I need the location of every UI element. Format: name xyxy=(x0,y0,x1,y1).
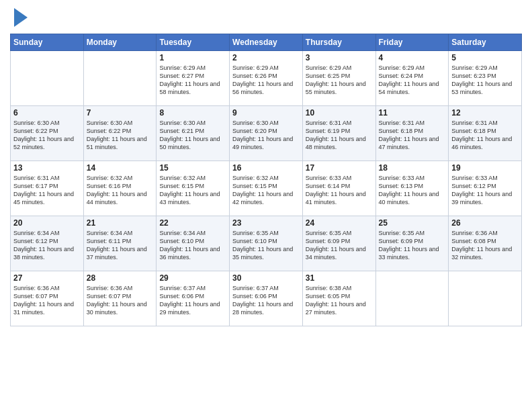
calendar-cell: 22Sunrise: 6:34 AM Sunset: 6:10 PM Dayli… xyxy=(157,216,230,271)
cell-info: Sunrise: 6:33 AM Sunset: 6:14 PM Dayligh… xyxy=(306,174,373,207)
day-number: 15 xyxy=(159,163,226,173)
day-number: 9 xyxy=(232,108,300,118)
day-number: 11 xyxy=(379,108,446,118)
day-number: 18 xyxy=(379,163,446,173)
calendar-cell: 28Sunrise: 6:36 AM Sunset: 6:07 PM Dayli… xyxy=(83,271,157,326)
cell-info: Sunrise: 6:31 AM Sunset: 6:17 PM Dayligh… xyxy=(13,174,81,207)
day-number: 1 xyxy=(159,53,226,62)
day-number: 6 xyxy=(13,108,81,118)
cell-info: Sunrise: 6:31 AM Sunset: 6:19 PM Dayligh… xyxy=(306,119,373,152)
calendar-cell: 2Sunrise: 6:29 AM Sunset: 6:26 PM Daylig… xyxy=(230,51,303,106)
day-number: 28 xyxy=(87,273,154,283)
calendar-week-row: 6Sunrise: 6:30 AM Sunset: 6:22 PM Daylig… xyxy=(11,106,522,161)
day-number: 21 xyxy=(87,218,154,228)
calendar-cell: 12Sunrise: 6:31 AM Sunset: 6:18 PM Dayli… xyxy=(449,106,522,161)
cell-info: Sunrise: 6:29 AM Sunset: 6:27 PM Dayligh… xyxy=(159,64,226,97)
day-number: 29 xyxy=(159,273,226,283)
day-number: 23 xyxy=(232,218,300,228)
cell-info: Sunrise: 6:35 AM Sunset: 6:10 PM Dayligh… xyxy=(232,229,300,262)
header-friday: Friday xyxy=(375,34,449,51)
day-number: 3 xyxy=(306,53,373,62)
day-number: 16 xyxy=(232,163,300,173)
calendar-cell: 25Sunrise: 6:35 AM Sunset: 6:09 PM Dayli… xyxy=(375,216,449,271)
day-number: 7 xyxy=(87,108,154,118)
cell-info: Sunrise: 6:31 AM Sunset: 6:18 PM Dayligh… xyxy=(379,119,446,152)
day-number: 10 xyxy=(306,108,373,118)
cell-info: Sunrise: 6:29 AM Sunset: 6:26 PM Dayligh… xyxy=(232,64,300,97)
cell-info: Sunrise: 6:32 AM Sunset: 6:16 PM Dayligh… xyxy=(87,174,154,207)
cell-info: Sunrise: 6:35 AM Sunset: 6:09 PM Dayligh… xyxy=(379,229,446,262)
cell-info: Sunrise: 6:30 AM Sunset: 6:22 PM Dayligh… xyxy=(13,119,81,152)
calendar-cell: 20Sunrise: 6:34 AM Sunset: 6:12 PM Dayli… xyxy=(11,216,84,271)
day-number: 5 xyxy=(451,53,519,62)
cell-info: Sunrise: 6:33 AM Sunset: 6:12 PM Dayligh… xyxy=(451,174,519,207)
day-number: 20 xyxy=(13,218,81,228)
calendar-cell: 23Sunrise: 6:35 AM Sunset: 6:10 PM Dayli… xyxy=(230,216,303,271)
cell-info: Sunrise: 6:29 AM Sunset: 6:25 PM Dayligh… xyxy=(306,64,373,97)
day-number: 2 xyxy=(232,53,300,62)
calendar-week-row: 20Sunrise: 6:34 AM Sunset: 6:12 PM Dayli… xyxy=(11,216,522,271)
day-number: 27 xyxy=(13,273,81,283)
calendar-cell: 11Sunrise: 6:31 AM Sunset: 6:18 PM Dayli… xyxy=(375,106,449,161)
calendar-cell: 14Sunrise: 6:32 AM Sunset: 6:16 PM Dayli… xyxy=(83,161,157,216)
header xyxy=(10,7,522,30)
header-saturday: Saturday xyxy=(449,34,522,51)
header-tuesday: Tuesday xyxy=(157,34,230,51)
calendar-cell: 6Sunrise: 6:30 AM Sunset: 6:22 PM Daylig… xyxy=(11,106,84,161)
calendar-week-row: 1Sunrise: 6:29 AM Sunset: 6:27 PM Daylig… xyxy=(11,51,522,106)
calendar-cell xyxy=(449,271,522,326)
header-wednesday: Wednesday xyxy=(230,34,303,51)
calendar-cell: 10Sunrise: 6:31 AM Sunset: 6:19 PM Dayli… xyxy=(302,106,375,161)
calendar-cell: 8Sunrise: 6:30 AM Sunset: 6:21 PM Daylig… xyxy=(157,106,230,161)
calendar-cell: 21Sunrise: 6:34 AM Sunset: 6:11 PM Dayli… xyxy=(83,216,157,271)
cell-info: Sunrise: 6:30 AM Sunset: 6:22 PM Dayligh… xyxy=(87,119,154,152)
calendar-cell: 13Sunrise: 6:31 AM Sunset: 6:17 PM Dayli… xyxy=(11,161,84,216)
day-number: 22 xyxy=(159,218,226,228)
calendar-table: Sunday Monday Tuesday Wednesday Thursday… xyxy=(10,34,522,326)
cell-info: Sunrise: 6:36 AM Sunset: 6:07 PM Dayligh… xyxy=(13,284,81,317)
calendar-cell: 31Sunrise: 6:38 AM Sunset: 6:05 PM Dayli… xyxy=(302,271,375,326)
calendar-cell: 27Sunrise: 6:36 AM Sunset: 6:07 PM Dayli… xyxy=(11,271,84,326)
calendar-cell: 30Sunrise: 6:37 AM Sunset: 6:06 PM Dayli… xyxy=(230,271,303,326)
day-number: 25 xyxy=(379,218,446,228)
cell-info: Sunrise: 6:32 AM Sunset: 6:15 PM Dayligh… xyxy=(159,174,226,207)
cell-info: Sunrise: 6:29 AM Sunset: 6:24 PM Dayligh… xyxy=(379,64,446,97)
svg-marker-0 xyxy=(14,8,28,27)
calendar-cell: 29Sunrise: 6:37 AM Sunset: 6:06 PM Dayli… xyxy=(157,271,230,326)
calendar-cell: 5Sunrise: 6:29 AM Sunset: 6:23 PM Daylig… xyxy=(449,51,522,106)
calendar-cell: 19Sunrise: 6:33 AM Sunset: 6:12 PM Dayli… xyxy=(449,161,522,216)
cell-info: Sunrise: 6:36 AM Sunset: 6:07 PM Dayligh… xyxy=(87,284,154,317)
cell-info: Sunrise: 6:37 AM Sunset: 6:06 PM Dayligh… xyxy=(232,284,300,317)
calendar-cell xyxy=(83,51,157,106)
day-number: 17 xyxy=(306,163,373,173)
day-number: 26 xyxy=(451,218,519,228)
cell-info: Sunrise: 6:30 AM Sunset: 6:21 PM Dayligh… xyxy=(159,119,226,152)
calendar-cell: 9Sunrise: 6:30 AM Sunset: 6:20 PM Daylig… xyxy=(230,106,303,161)
header-monday: Monday xyxy=(83,34,157,51)
calendar-cell: 15Sunrise: 6:32 AM Sunset: 6:15 PM Dayli… xyxy=(157,161,230,216)
calendar-cell xyxy=(375,271,449,326)
day-number: 14 xyxy=(87,163,154,173)
cell-info: Sunrise: 6:34 AM Sunset: 6:12 PM Dayligh… xyxy=(13,229,81,262)
day-number: 4 xyxy=(379,53,446,62)
day-number: 12 xyxy=(451,108,519,118)
calendar-header-row: Sunday Monday Tuesday Wednesday Thursday… xyxy=(11,34,522,51)
calendar-week-row: 27Sunrise: 6:36 AM Sunset: 6:07 PM Dayli… xyxy=(11,271,522,326)
logo xyxy=(10,9,28,30)
calendar-week-row: 13Sunrise: 6:31 AM Sunset: 6:17 PM Dayli… xyxy=(11,161,522,216)
cell-info: Sunrise: 6:36 AM Sunset: 6:08 PM Dayligh… xyxy=(451,229,519,262)
day-number: 19 xyxy=(451,163,519,173)
header-thursday: Thursday xyxy=(302,34,375,51)
calendar-cell: 16Sunrise: 6:32 AM Sunset: 6:15 PM Dayli… xyxy=(230,161,303,216)
cell-info: Sunrise: 6:29 AM Sunset: 6:23 PM Dayligh… xyxy=(451,64,519,97)
cell-info: Sunrise: 6:31 AM Sunset: 6:18 PM Dayligh… xyxy=(451,119,519,152)
cell-info: Sunrise: 6:34 AM Sunset: 6:10 PM Dayligh… xyxy=(159,229,226,262)
day-number: 8 xyxy=(159,108,226,118)
header-sunday: Sunday xyxy=(11,34,84,51)
calendar-cell: 1Sunrise: 6:29 AM Sunset: 6:27 PM Daylig… xyxy=(157,51,230,106)
day-number: 13 xyxy=(13,163,81,173)
cell-info: Sunrise: 6:32 AM Sunset: 6:15 PM Dayligh… xyxy=(232,174,300,207)
calendar-cell xyxy=(11,51,84,106)
logo-icon xyxy=(13,8,28,30)
calendar-cell: 18Sunrise: 6:33 AM Sunset: 6:13 PM Dayli… xyxy=(375,161,449,216)
